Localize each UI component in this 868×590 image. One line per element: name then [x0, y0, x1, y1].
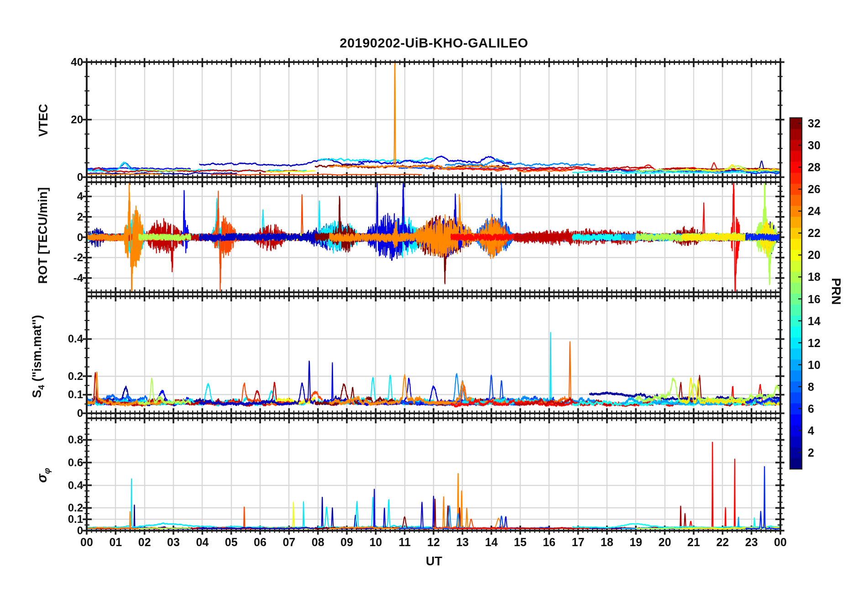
colorbar-tick-label: 28 [808, 161, 840, 173]
x-tick-label: 07 [273, 536, 305, 548]
x-tick-label: 11 [389, 536, 421, 548]
y-tick-label-rot: -2 [44, 252, 83, 263]
y-tick-label-vtec: 0 [44, 171, 83, 183]
x-axis-label: UT [0, 554, 868, 569]
colorbar-tick-label: 2 [808, 447, 840, 458]
x-tick-label: 17 [562, 536, 594, 548]
x-tick-label: 16 [533, 536, 565, 548]
y-tick-label-vtec: 20 [44, 114, 83, 126]
x-tick-label: 15 [504, 536, 536, 548]
colorbar-tick-label: 22 [808, 227, 840, 239]
x-tick-label: 03 [157, 536, 189, 548]
colorbar-tick-label: 10 [808, 359, 840, 371]
x-tick-label: 21 [678, 536, 710, 548]
y-tick-label-sigma-phi: 0.2 [44, 502, 83, 514]
data-series-layer [0, 0, 868, 590]
colorbar-tick-label: 8 [808, 381, 840, 393]
x-tick-label: 20 [649, 536, 681, 548]
y-tick-label-sigma-phi: 0.6 [44, 457, 83, 469]
y-tick-label-rot: 0 [44, 232, 83, 243]
y-tick-label-s4: 0.4 [44, 333, 83, 345]
figure: 20190202-UiB-KHO-GALILEO VTEC ROT [TECU/… [0, 0, 868, 590]
y-tick-label-sigma-phi: 0.8 [44, 434, 83, 446]
x-tick-label: 22 [706, 536, 738, 548]
colorbar-tick-label: 12 [808, 337, 840, 349]
x-tick-label: 08 [302, 536, 334, 548]
x-tick-label: 12 [418, 536, 450, 548]
x-tick-label: 19 [620, 536, 652, 548]
y-tick-label-s4: 0 [44, 407, 83, 419]
colorbar-tick-label: 4 [808, 425, 840, 437]
x-tick-label: 06 [244, 536, 276, 548]
x-tick-label: 00 [764, 536, 796, 548]
x-tick-label: 14 [476, 536, 507, 548]
x-tick-label: 01 [99, 536, 131, 548]
y-tick-label-s4: 0.2 [44, 370, 83, 382]
colorbar-tick-label: 18 [808, 271, 840, 283]
colorbar-tick-label: 30 [808, 139, 840, 151]
colorbar-tick-label: 6 [808, 403, 840, 415]
colorbar-tick-label: 32 [808, 117, 840, 129]
x-tick-label: 13 [446, 536, 478, 548]
x-tick-label: 05 [215, 536, 247, 548]
colorbar-tick-label: 14 [808, 315, 840, 327]
colorbar-tick-label: 24 [808, 205, 840, 217]
y-tick-label-sigma-phi: 0 [44, 525, 83, 537]
x-tick-label: 23 [736, 536, 768, 548]
y-tick-label-sigma-phi: 0.1 [44, 513, 83, 525]
x-tick-label: 18 [591, 536, 623, 548]
y-tick-label-vtec: 40 [44, 56, 83, 68]
y-tick-label-s4: 0.1 [44, 389, 83, 400]
x-tick-label: 02 [129, 536, 161, 548]
y-tick-label-rot: 4 [44, 190, 83, 202]
x-tick-label: 04 [186, 536, 218, 548]
colorbar-tick-label: 20 [808, 249, 840, 261]
x-tick-label: 00 [71, 536, 103, 548]
colorbar-tick-label: 26 [808, 183, 840, 195]
chart-title: 20190202-UiB-KHO-GALILEO [0, 36, 868, 51]
y-tick-label-rot: -4 [44, 272, 83, 284]
x-tick-label: 10 [360, 536, 392, 548]
y-tick-label-sigma-phi: 0.4 [44, 479, 83, 491]
y-tick-label-rot: 2 [44, 211, 83, 223]
colorbar-tick-label: 16 [808, 293, 840, 305]
x-tick-label: 09 [331, 536, 363, 548]
